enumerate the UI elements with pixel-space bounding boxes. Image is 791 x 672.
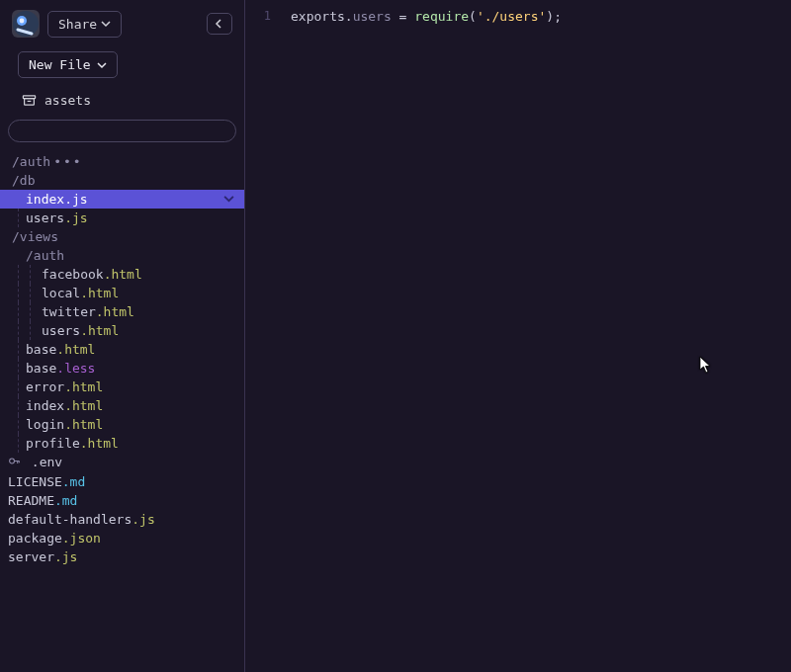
topbar: Share [0,0,244,47]
chevron-down-icon [223,190,234,209]
app-logo[interactable] [12,10,40,38]
file-package[interactable]: package.json [0,529,244,547]
line-number: 1 [245,9,271,23]
file-views-index[interactable]: index.html [0,396,244,415]
search-input[interactable] [8,120,236,142]
chevron-down-icon [101,19,111,29]
svg-point-2 [20,19,25,24]
file-license[interactable]: LICENSE.md [0,472,244,491]
file-db-users[interactable]: users.js [0,209,244,227]
file-tree: /auth••• /db index.js users.js /views /a… [0,146,244,672]
file-views-base-less[interactable]: base.less [0,359,244,378]
share-button[interactable]: Share [47,11,122,38]
file-views-base-html[interactable]: base.html [0,340,244,359]
file-views-auth-local[interactable]: local.html [0,284,244,302]
file-env[interactable]: .env [0,453,244,472]
file-default-handlers[interactable]: default-handlers.js [0,510,244,529]
file-readme[interactable]: README.md [0,491,244,510]
dir-collapsed-icon: ••• [53,154,82,169]
gutter: 1 [245,0,279,23]
assets-label: assets [44,93,91,108]
sidebar: Share New File assets /auth••• [0,0,245,672]
file-db-index[interactable]: index.js [0,190,244,209]
key-icon [8,454,22,472]
mouse-cursor-icon [699,356,711,374]
code-line-1: exports.users = require('./users'); [291,9,562,24]
dir-views[interactable]: /views [0,227,244,246]
file-views-error[interactable]: error.html [0,378,244,396]
new-file-label: New File [29,57,91,72]
share-label: Share [58,17,97,32]
chevron-down-icon [97,60,107,70]
new-file-button[interactable]: New File [18,51,118,78]
dir-auth[interactable]: /auth••• [0,152,244,171]
file-views-login[interactable]: login.html [0,415,244,434]
dir-views-auth[interactable]: /auth [0,246,244,265]
archive-icon [22,93,37,108]
panel-toggle-button[interactable] [207,13,232,35]
file-views-auth-twitter[interactable]: twitter.html [0,302,244,321]
file-views-profile[interactable]: profile.html [0,434,244,453]
dir-db[interactable]: /db [0,171,244,190]
file-views-auth-users[interactable]: users.html [0,321,244,340]
code-editor[interactable]: 1 exports.users = require('./users'); [245,0,791,672]
file-server[interactable]: server.js [0,547,244,566]
file-views-auth-facebook[interactable]: facebook.html [0,265,244,284]
assets-button[interactable]: assets [0,86,244,116]
chevron-left-icon [215,19,224,29]
svg-point-6 [10,459,15,463]
